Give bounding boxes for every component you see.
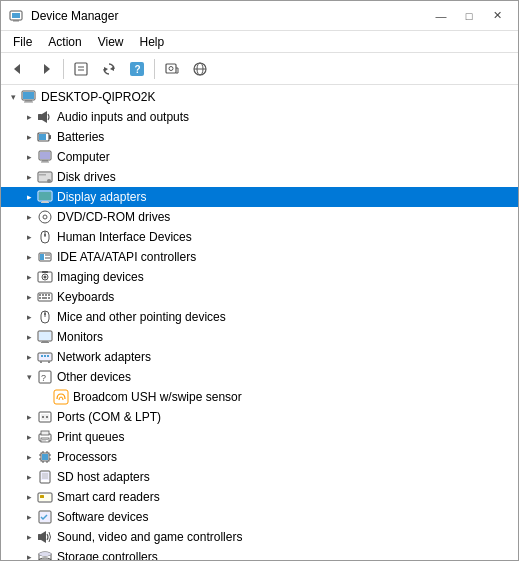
expander-sound[interactable]	[21, 529, 37, 545]
expander-sdhost[interactable]	[21, 469, 37, 485]
expander-audio[interactable]	[21, 109, 37, 125]
tree-item-diskdrives[interactable]: Disk drives	[1, 167, 518, 187]
svg-rect-33	[39, 174, 46, 176]
expander-keyboards[interactable]	[21, 289, 37, 305]
ide-icon	[37, 249, 53, 265]
tree-item-printqueues[interactable]: Print queues	[1, 427, 518, 447]
tree-item-sdhost[interactable]: SD host adapters	[1, 467, 518, 487]
svg-rect-85	[42, 441, 46, 442]
toolbar-scan-button[interactable]	[159, 56, 185, 82]
tree-item-sdhost-label: SD host adapters	[57, 470, 150, 484]
svg-point-13	[169, 66, 173, 70]
computer-root-icon	[21, 89, 37, 105]
tree-item-storage[interactable]: Storage controllers	[1, 547, 518, 560]
tree-item-displayadapters-label: Display adapters	[57, 190, 146, 204]
toolbar-help-button[interactable]: ?	[124, 56, 150, 82]
svg-rect-57	[39, 297, 41, 299]
svg-text:?: ?	[41, 373, 46, 383]
toolbar-update-button[interactable]	[96, 56, 122, 82]
tree-item-displayadapters[interactable]: Display adapters	[1, 187, 518, 207]
tree-item-sound[interactable]: Sound, video and game controllers	[1, 527, 518, 547]
tree-item-audio[interactable]: Audio inputs and outputs	[1, 107, 518, 127]
tree-item-imaging[interactable]: Imaging devices	[1, 267, 518, 287]
tree-content[interactable]: DESKTOP-QIPRO2K Audio inputs and outputs	[1, 85, 518, 560]
tree-item-processors[interactable]: Processors	[1, 447, 518, 467]
tree-item-hid-label: Human Interface Devices	[57, 230, 192, 244]
maximize-button[interactable]: □	[456, 6, 482, 26]
software-icon	[37, 509, 53, 525]
tree-item-ports[interactable]: Ports (COM & LPT)	[1, 407, 518, 427]
tree-item-dvdrom[interactable]: DVD/CD-ROM drives	[1, 207, 518, 227]
svg-rect-69	[41, 355, 43, 357]
svg-rect-87	[42, 454, 48, 460]
expander-smartcard[interactable]	[21, 489, 37, 505]
tree-item-root[interactable]: DESKTOP-QIPRO2K	[1, 87, 518, 107]
window-icon	[9, 8, 25, 24]
svg-rect-24	[49, 135, 51, 139]
svg-rect-84	[42, 439, 48, 440]
toolbar-separator-1	[63, 59, 64, 79]
expander-software[interactable]	[21, 509, 37, 525]
expander-root[interactable]	[5, 89, 21, 105]
toolbar-network-button[interactable]	[187, 56, 213, 82]
expander-ideata[interactable]	[21, 249, 37, 265]
svg-rect-28	[42, 160, 48, 162]
menu-bar: File Action View Help	[1, 31, 518, 53]
menu-view[interactable]: View	[90, 33, 132, 51]
mouse-icon	[37, 309, 53, 325]
expander-displayadapters[interactable]	[21, 189, 37, 205]
expander-storage[interactable]	[21, 549, 37, 560]
window-title: Device Manager	[31, 9, 118, 23]
menu-action[interactable]: Action	[40, 33, 89, 51]
expander-printqueues[interactable]	[21, 429, 37, 445]
tree-item-ideata[interactable]: IDE ATA/ATAPI controllers	[1, 247, 518, 267]
tree-item-smartcard[interactable]: Smart card readers	[1, 487, 518, 507]
tree-item-monitors-label: Monitors	[57, 330, 103, 344]
tree-item-batteries[interactable]: Batteries	[1, 127, 518, 147]
tree-item-imaging-label: Imaging devices	[57, 270, 144, 284]
toolbar-back-button[interactable]	[5, 56, 31, 82]
expander-otherdevices[interactable]	[21, 369, 37, 385]
tree-item-batteries-label: Batteries	[57, 130, 104, 144]
expander-hid[interactable]	[21, 229, 37, 245]
toolbar: ?	[1, 53, 518, 85]
expander-imaging[interactable]	[21, 269, 37, 285]
expander-batteries[interactable]	[21, 129, 37, 145]
title-bar-controls: — □ ✕	[428, 6, 510, 26]
tree-item-mice[interactable]: Mice and other pointing devices	[1, 307, 518, 327]
minimize-button[interactable]: —	[428, 6, 454, 26]
update-icon	[101, 61, 117, 77]
other-devices-icon: ?	[37, 369, 53, 385]
expander-monitors[interactable]	[21, 329, 37, 345]
expander-network[interactable]	[21, 349, 37, 365]
tree-item-otherdevices[interactable]: ? Other devices	[1, 367, 518, 387]
tree-item-computer[interactable]: Computer	[1, 147, 518, 167]
expander-mice[interactable]	[21, 309, 37, 325]
menu-file[interactable]: File	[5, 33, 40, 51]
tree-item-software[interactable]: Software devices	[1, 507, 518, 527]
menu-help[interactable]: Help	[132, 33, 173, 51]
expander-diskdrives[interactable]	[21, 169, 37, 185]
tree-item-diskdrives-label: Disk drives	[57, 170, 116, 184]
svg-rect-59	[48, 297, 50, 299]
expander-processors[interactable]	[21, 449, 37, 465]
tree-item-smartcard-label: Smart card readers	[57, 490, 160, 504]
close-button[interactable]: ✕	[484, 6, 510, 26]
toolbar-properties-button[interactable]	[68, 56, 94, 82]
hid-icon	[37, 229, 53, 245]
tree-item-dvdrom-label: DVD/CD-ROM drives	[57, 210, 170, 224]
svg-marker-3	[14, 64, 20, 74]
tree-item-keyboards[interactable]: Keyboards	[1, 287, 518, 307]
expander-computer[interactable]	[21, 149, 37, 165]
tree-item-mice-label: Mice and other pointing devices	[57, 310, 226, 324]
toolbar-forward-button[interactable]	[33, 56, 59, 82]
svg-rect-53	[39, 294, 41, 296]
expander-ports[interactable]	[21, 409, 37, 425]
tree-item-monitors[interactable]: Monitors	[1, 327, 518, 347]
tree-item-hid[interactable]: Human Interface Devices	[1, 227, 518, 247]
svg-rect-25	[39, 134, 46, 140]
disk-icon	[37, 169, 53, 185]
tree-item-broadcom[interactable]: Broadcom USH w/swipe sensor	[1, 387, 518, 407]
tree-item-network[interactable]: Network adapters	[1, 347, 518, 367]
expander-dvdrom[interactable]	[21, 209, 37, 225]
